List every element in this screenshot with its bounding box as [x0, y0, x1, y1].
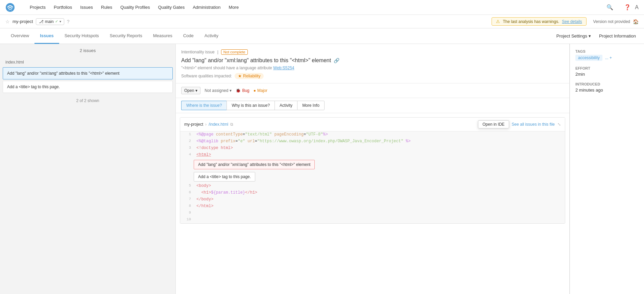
open-ide-button[interactable]: Open in IDE	[478, 120, 509, 128]
effort-label: Effort	[575, 66, 639, 70]
branch-name: main	[45, 19, 54, 24]
nav-issues[interactable]: Issues	[76, 0, 97, 15]
project-name[interactable]: my-project	[13, 19, 33, 24]
secondary-nav-right: Project Settings ▾ Project Information	[554, 32, 639, 40]
nav-links: Projects Portfolios Issues Rules Quality…	[26, 0, 598, 15]
file-group: index.html Add "lang" and/or "xml:lang" …	[0, 57, 175, 93]
see-details-link[interactable]: See details	[562, 19, 582, 24]
line-content-10	[194, 217, 565, 223]
see-issues-link[interactable]: See all issues in this file	[512, 122, 555, 127]
inline-issue-box-2[interactable]: Add a <title> tag to this page.	[194, 172, 255, 181]
status-dropdown[interactable]: Open ▾	[181, 87, 200, 94]
tab-activity[interactable]: Activity	[199, 28, 224, 44]
line-content-4: <html>	[194, 152, 565, 158]
issue-detail: Intentionality issue | Not complete Add …	[176, 44, 570, 294]
code-path: my-project › /index.html ⧉	[184, 122, 233, 127]
inline-issue-box-1[interactable]: Add "lang" and/or "xml:lang" attributes …	[194, 160, 315, 169]
link-icon[interactable]: 🔗	[334, 58, 339, 63]
issue-title: Add "lang" and/or "xml:lang" attributes …	[181, 57, 564, 64]
line-content-3: <!doctype html>	[194, 145, 565, 151]
line-num-5: 5	[180, 183, 194, 188]
nav-quality-gates[interactable]: Quality Gates	[154, 0, 189, 15]
nav-administration[interactable]: Administration	[189, 0, 224, 15]
search-icon[interactable]: 🔍	[606, 4, 613, 10]
issue-title-text: Add "lang" and/or "xml:lang" attributes …	[181, 57, 331, 64]
path-sep-icon: ›	[205, 122, 207, 127]
introduced-label: Introduced	[575, 82, 639, 86]
nav-rules[interactable]: Rules	[97, 0, 116, 15]
version-text: Version not provided	[593, 19, 630, 24]
code-line-1: 1 <%@page contentType="text/html" pageEn…	[180, 131, 565, 138]
tab-security-reports[interactable]: Security Reports	[104, 28, 148, 44]
user-icon[interactable]: A	[635, 4, 639, 10]
line-content-9	[194, 210, 565, 216]
tab-activity[interactable]: Activity	[275, 101, 297, 110]
project-info-link[interactable]: Project Information	[596, 32, 639, 40]
nav-portfolios[interactable]: Portfolios	[50, 0, 76, 15]
branch-check-icon: ✓	[55, 19, 58, 24]
help-icon[interactable]: ❓	[624, 4, 631, 10]
home-icon[interactable]: 🏠	[633, 19, 639, 24]
code-viewer-header: my-project › /index.html ⧉ Open in IDE S…	[180, 118, 565, 131]
star-icon[interactable]: ☆	[5, 19, 10, 24]
code-line-8: 8 </html>	[180, 203, 565, 210]
branch-chevron-icon: ▾	[59, 20, 61, 23]
introduced-value: 2 minutes ago	[575, 88, 639, 93]
tab-security-hotspots[interactable]: Security Hotspots	[59, 28, 104, 44]
line-num-10: 10	[180, 217, 194, 222]
line-num-7: 7	[180, 196, 194, 202]
tab-measures[interactable]: Measures	[148, 28, 178, 44]
question-icon[interactable]: ?	[67, 19, 70, 24]
settings-chevron-icon: ▾	[589, 33, 591, 39]
secondary-nav: Overview Issues Security Hotspots Securi…	[0, 28, 644, 44]
inline-issue-row-2: Add a <title> tag to this page.	[180, 171, 565, 183]
tag-accessibility[interactable]: accessibility	[575, 55, 602, 61]
expand-icon[interactable]: ⤡	[557, 122, 561, 127]
tab-overview[interactable]: Overview	[5, 28, 34, 44]
project-settings-button[interactable]: Project Settings ▾	[554, 32, 594, 40]
line-num-1: 1	[180, 131, 194, 137]
code-line-4: 4 <html>	[180, 152, 565, 158]
nav-quality-profiles[interactable]: Quality Profiles	[116, 0, 154, 15]
copy-icon[interactable]: ⧉	[230, 122, 233, 127]
issue-status-badge: Not complete	[221, 49, 248, 55]
add-tag-button[interactable]: ... +	[605, 55, 612, 60]
code-line-6: 6 <h1>${param.title}</h1>	[180, 190, 565, 196]
code-line-7: 7 </body>	[180, 196, 565, 203]
tab-code[interactable]: Code	[178, 28, 199, 44]
inline-line-num	[180, 158, 194, 160]
issue-tabs: Where is the issue? Why is this an issue…	[176, 98, 569, 113]
tab-where[interactable]: Where is the issue?	[181, 101, 226, 110]
reliability-star-icon: ★	[238, 74, 242, 78]
assignee-dropdown[interactable]: Not assigned ▾	[205, 88, 232, 93]
issue-meta-bar: Open ▾ Not assigned ▾ 🐞 Bug ● Major	[176, 83, 569, 98]
line-num-2: 2	[180, 138, 194, 144]
issue-item-1[interactable]: Add "lang" and/or "xml:lang" attributes …	[3, 67, 173, 79]
qualities-label: Software qualities impacted:	[181, 74, 232, 78]
warning-text: The last analysis has warnings.	[503, 19, 559, 24]
code-file-link[interactable]: /index.html	[209, 122, 228, 127]
issue-type-label: Intentionality issue	[181, 50, 215, 54]
issue-type-line: Intentionality issue | Not complete	[181, 49, 564, 55]
assignee-chevron-icon: ▾	[230, 88, 232, 93]
rule-link[interactable]: Web:S5254	[273, 66, 294, 70]
tab-issues[interactable]: Issues	[34, 28, 59, 44]
branch-selector[interactable]: ⎇ main ✓ ▾	[36, 18, 64, 25]
issue-item-2[interactable]: Add a <title> tag to this page.	[3, 81, 173, 93]
sidebar-introduced-section: Introduced 2 minutes ago	[575, 82, 639, 93]
nav-right: ❓ A	[624, 4, 639, 10]
code-line-10: 10	[180, 217, 565, 223]
nav-projects[interactable]: Projects	[26, 0, 50, 15]
project-settings-label: Project Settings	[556, 33, 587, 39]
logo[interactable]	[5, 3, 15, 12]
warning-banner: ⚠ The last analysis has warnings. See de…	[492, 17, 586, 26]
code-line-3: 3 <!doctype html>	[180, 145, 565, 152]
shown-count: 2 of 2 shown	[0, 94, 175, 107]
issue-desc: "<html>" element should have a language …	[181, 66, 564, 70]
tab-why[interactable]: Why is this an issue?	[226, 101, 275, 110]
left-panel: 2 issues index.html Add "lang" and/or "x…	[0, 44, 176, 294]
bug-pill: 🐞 Bug	[236, 88, 249, 93]
nav-more[interactable]: More	[225, 0, 243, 15]
tab-more-info[interactable]: More Info	[297, 101, 325, 110]
line-num-6: 6	[180, 190, 194, 195]
